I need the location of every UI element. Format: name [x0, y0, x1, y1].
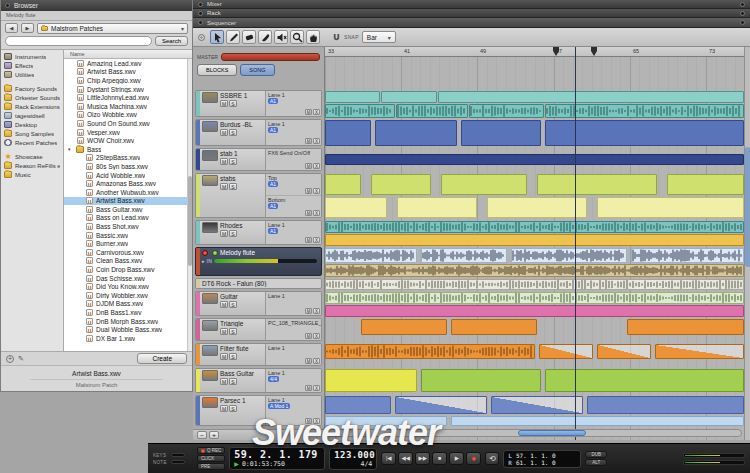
clip[interactable]	[325, 292, 744, 304]
lane-delete-button[interactable]: X	[313, 333, 320, 339]
lane-mute-button[interactable]: M	[305, 138, 312, 144]
mute-button[interactable]: M	[220, 405, 228, 412]
record-arm-icon[interactable]	[202, 250, 208, 256]
clip[interactable]	[627, 319, 744, 335]
clip[interactable]	[361, 319, 447, 335]
location-dropdown[interactable]: Malstrom Patches ▾	[37, 23, 188, 34]
sidebar-item-showcase[interactable]: ★Showcase	[1, 152, 63, 161]
track-guitar[interactable]: GuitarMSLane 1MX	[195, 291, 322, 316]
lane-delete-button[interactable]: X	[313, 188, 320, 194]
lane[interactable]: Lane 14/4MX	[266, 369, 321, 392]
solo-button[interactable]: S	[229, 100, 237, 107]
mute-button[interactable]: M	[220, 158, 228, 165]
track-rhodes[interactable]: RhodesMSLane 1A1MX	[195, 220, 322, 245]
clip[interactable]	[587, 396, 744, 414]
lane-mute-button[interactable]: M	[305, 385, 312, 391]
track-stab-1[interactable]: stab 1MSFX6 Send On/OffMX	[195, 148, 322, 171]
file-row[interactable]: Chip Arpeggio.xwv	[64, 76, 187, 85]
lane-chip[interactable]: A1	[268, 98, 278, 104]
pencil-tool[interactable]	[226, 30, 240, 44]
lane-delete-button[interactable]: X	[313, 237, 320, 243]
lane-chip[interactable]: A1	[268, 181, 278, 187]
clip[interactable]	[325, 197, 387, 218]
collapse-icon[interactable]	[5, 3, 10, 8]
lane-mute-button[interactable]: M	[305, 358, 312, 364]
lane-chip[interactable]: A1	[268, 228, 278, 234]
edit-icon[interactable]: ✎	[18, 355, 24, 363]
clip[interactable]	[487, 197, 587, 218]
file-row[interactable]: Carnivorous.xwv	[64, 248, 187, 257]
clip[interactable]	[469, 104, 544, 118]
scrollbar-thumb[interactable]	[518, 430, 586, 436]
file-row[interactable]: 80s Syn bass.xwv	[64, 162, 187, 171]
sidebar-item-rack-extensions[interactable]: Rack Extensions	[1, 102, 63, 111]
sequencer-panel-bar[interactable]: Sequencer	[193, 18, 750, 28]
browser-scrollbar[interactable]	[187, 59, 192, 351]
file-row[interactable]: Coin Drop Bass.xwv	[64, 265, 187, 274]
dub-button[interactable]: DUB	[585, 451, 607, 458]
file-row[interactable]: Clean Bass.xwv	[64, 257, 187, 266]
mute-button[interactable]: M	[220, 353, 228, 360]
file-row[interactable]: Oizo Wobble.xwv	[64, 111, 187, 120]
search-button[interactable]: Search	[155, 36, 188, 46]
solo-button[interactable]: S	[229, 378, 237, 385]
file-row[interactable]: LittleJohnnyLead.xwv	[64, 93, 187, 102]
clip[interactable]	[325, 91, 380, 103]
clip[interactable]	[396, 104, 468, 118]
solo-button[interactable]: S	[229, 158, 237, 165]
clip[interactable]	[325, 369, 417, 392]
lane[interactable]: PC_108_TRIANGLE_R..MX	[266, 319, 321, 340]
file-row[interactable]: Bassic.xwv	[64, 231, 187, 240]
lane[interactable]: FX6 Send On/OffMX	[266, 149, 321, 170]
lane-delete-button[interactable]: X	[313, 109, 320, 115]
zoom-in-button[interactable]: +	[209, 431, 219, 439]
clip[interactable]	[397, 197, 477, 218]
track-parsec-1[interactable]: Parsec 1MSLane 1A Mod 1MX	[195, 395, 322, 426]
hand-tool[interactable]	[306, 30, 320, 44]
sidebar-item-recent-patches[interactable]: Recent Patches	[1, 138, 63, 147]
file-row[interactable]: Das Schisse.xwv	[64, 274, 187, 283]
clip[interactable]	[325, 234, 744, 246]
file-row[interactable]: DX Bar 1.xwv	[64, 334, 187, 343]
track-ssbre-1[interactable]: SSBRE 1MSLane 1A1MX	[195, 90, 322, 117]
clip[interactable]	[375, 120, 457, 146]
lane-delete-button[interactable]: X	[313, 308, 320, 314]
solo-button[interactable]: S	[229, 301, 237, 308]
sidebar-item-tagewidsell[interactable]: tagewidsell	[1, 111, 63, 120]
file-row[interactable]: WOW Choir.xwv	[64, 136, 187, 145]
file-row[interactable]: DnB Morph Bass.xwv	[64, 317, 187, 326]
disclosure-triangle[interactable]: ▾	[68, 146, 73, 152]
sidebar-item-reason-refills-etc[interactable]: Reason ReFills etc	[1, 161, 63, 170]
file-row[interactable]: Amazonas Bass.xwv	[64, 179, 187, 188]
file-row[interactable]: Dirty Wobbler.xwv	[64, 291, 187, 300]
rewind-button[interactable]: ◀◀	[398, 452, 413, 465]
clip[interactable]	[667, 174, 744, 195]
scrollbar-thumb[interactable]	[188, 176, 192, 266]
click-button[interactable]: CLICK	[197, 455, 225, 462]
lane-chip[interactable]: A1	[268, 127, 278, 133]
clip[interactable]	[381, 91, 437, 103]
horizontal-scrollbar[interactable]	[327, 429, 742, 437]
lane-delete-button[interactable]: X	[313, 418, 320, 424]
sidebar-item-desktop[interactable]: Desktop	[1, 120, 63, 129]
clip[interactable]	[325, 396, 391, 414]
file-row[interactable]: Another Wubwub.xwv	[64, 188, 187, 197]
plus-icon[interactable]: +	[6, 355, 14, 363]
sidebar-item-instruments[interactable]: Instruments	[1, 52, 63, 61]
clip[interactable]	[325, 305, 744, 317]
mute-button[interactable]: M	[220, 183, 228, 190]
file-row[interactable]: Musica Machina.xwv	[64, 102, 187, 111]
track-dt6-rock-falun-80[interactable]: DT6 Rock - Falun (80)	[195, 278, 322, 289]
file-row[interactable]: Dystant Strings.xwv	[64, 85, 187, 94]
lane[interactable]: TopA1MX	[266, 174, 321, 196]
file-row[interactable]: DJDM Bass.xwv	[64, 300, 187, 309]
mute-button[interactable]: M	[220, 100, 228, 107]
back-button[interactable]: ◀	[5, 23, 18, 33]
alt-button[interactable]: ALT	[585, 459, 607, 466]
file-row[interactable]: Bass Guitar.xwv	[64, 205, 187, 214]
mute-button[interactable]: M	[220, 378, 228, 385]
clip[interactable]	[325, 174, 361, 195]
pre-button[interactable]: PRE	[197, 463, 225, 470]
clip[interactable]	[325, 221, 744, 233]
clip[interactable]	[537, 174, 657, 195]
